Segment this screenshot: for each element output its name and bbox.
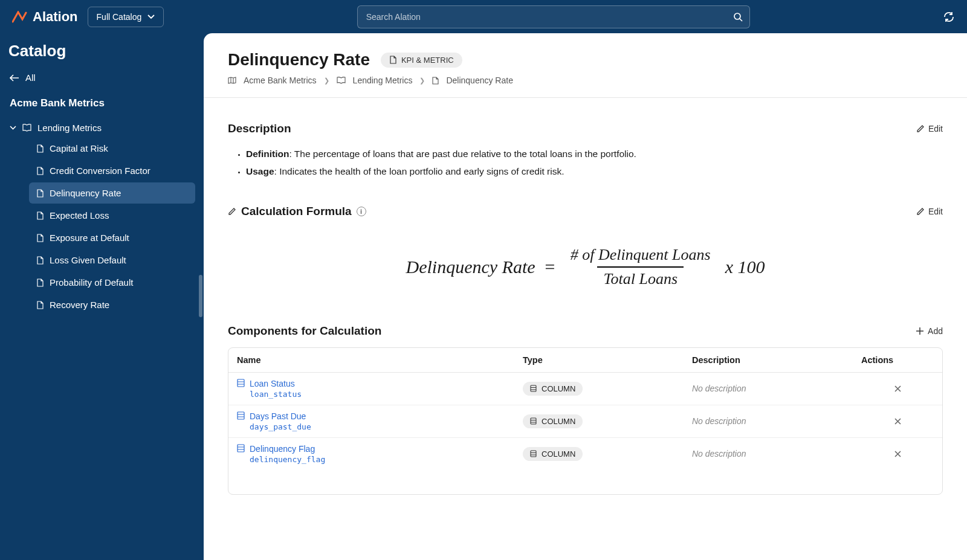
th-desc: Description <box>692 355 861 365</box>
sidebar-back-all[interactable]: All <box>7 69 195 86</box>
formula-fraction: # of Delinquent Loans Total Loans <box>564 246 717 288</box>
formula-tail: x 100 <box>725 257 765 277</box>
document-icon <box>36 167 44 175</box>
column-icon <box>530 385 537 392</box>
search-input[interactable] <box>357 5 750 28</box>
type-label: COLUMN <box>542 384 575 393</box>
pencil-icon <box>228 207 236 216</box>
formula-denominator: Total Loans <box>597 266 684 288</box>
formula-lhs: Delinquency Rate <box>406 257 535 277</box>
scrollbar-thumb[interactable] <box>199 275 202 317</box>
main-content: Delinquency Rate KPI & METRIC Acme Bank … <box>204 33 967 560</box>
add-component-button[interactable]: Add <box>916 326 943 336</box>
book-icon <box>337 77 346 84</box>
chevron-right-icon: ❯ <box>324 77 329 85</box>
component-description: No description <box>692 416 861 426</box>
breadcrumb-item: Delinquency Rate <box>446 76 513 85</box>
kpi-tag: KPI & METRIC <box>381 53 462 68</box>
column-icon <box>237 444 245 452</box>
sidebar-parent-label: Lending Metrics <box>37 123 102 133</box>
remove-row-button[interactable] <box>861 417 934 425</box>
edit-formula-button[interactable]: Edit <box>916 207 943 216</box>
brand-logo[interactable]: Alation <box>12 9 78 25</box>
full-catalog-button[interactable]: Full Catalog <box>88 7 164 27</box>
description-list: Definition: The percentage of loans that… <box>228 145 943 181</box>
sidebar-back-label: All <box>25 72 36 83</box>
sidebar-item-label: Recovery Rate <box>50 300 109 310</box>
document-icon <box>432 77 439 85</box>
type-pill: COLUMN <box>523 382 583 396</box>
brand-name: Alation <box>33 9 78 25</box>
refresh-icon[interactable] <box>943 11 955 23</box>
sidebar-item-label: Delinquency Rate <box>50 188 121 198</box>
sidebar-item[interactable]: Recovery Rate <box>29 294 195 315</box>
formula-numerator: # of Delinquent Loans <box>564 246 717 266</box>
component-tech-name: delinquency_flag <box>250 455 325 464</box>
sidebar-parent-lending[interactable]: Lending Metrics <box>7 118 195 138</box>
column-icon <box>530 450 537 457</box>
type-pill: COLUMN <box>523 447 583 461</box>
document-icon <box>36 211 44 220</box>
document-icon <box>36 234 44 242</box>
edit-label: Edit <box>928 207 943 216</box>
breadcrumb-item[interactable]: Lending Metrics <box>353 76 413 85</box>
description-heading: Description <box>228 122 291 135</box>
sidebar-item[interactable]: Delinquency Rate <box>29 182 195 204</box>
sidebar-item-label: Exposure at Default <box>50 233 129 243</box>
edit-description-button[interactable]: Edit <box>916 124 943 134</box>
info-icon[interactable]: i <box>357 207 366 216</box>
breadcrumb: Acme Bank Metrics ❯ Lending Metrics ❯ De… <box>228 76 943 85</box>
svg-rect-14 <box>238 445 244 452</box>
svg-rect-2 <box>238 379 244 387</box>
sidebar-item[interactable]: Credit Conversion Factor <box>29 160 195 181</box>
sidebar: Catalog All Acme Bank Metrics Lending Me… <box>0 33 202 560</box>
document-icon <box>36 256 44 265</box>
svg-rect-11 <box>531 418 536 424</box>
sidebar-item[interactable]: Expected Loss <box>29 205 195 226</box>
sidebar-item-label: Loss Given Default <box>50 255 126 265</box>
sidebar-item[interactable]: Probability of Default <box>29 272 195 293</box>
description-bullet: Usage: Indicates the health of the loan … <box>246 163 943 180</box>
kpi-tag-label: KPI & METRIC <box>401 56 454 65</box>
remove-row-button[interactable] <box>861 450 934 458</box>
pencil-icon <box>916 207 925 216</box>
top-bar: Alation Full Catalog <box>0 0 967 33</box>
remove-row-button[interactable] <box>861 385 934 393</box>
component-link[interactable]: Loan Status <box>250 379 302 388</box>
svg-line-1 <box>740 19 742 21</box>
description-bullet: Definition: The percentage of loans that… <box>246 145 943 163</box>
sidebar-item-label: Probability of Default <box>50 277 133 288</box>
pencil-icon <box>916 124 925 133</box>
chevron-down-icon <box>10 126 16 130</box>
sidebar-item-label: Capital at Risk <box>50 143 108 153</box>
chevron-down-icon <box>147 14 155 19</box>
component-description: No description <box>692 384 861 393</box>
sidebar-item[interactable]: Exposure at Default <box>29 227 195 248</box>
plus-icon <box>916 327 924 335</box>
components-heading: Components for Calculation <box>228 324 381 338</box>
page-title: Delinquency Rate <box>228 50 370 69</box>
component-link[interactable]: Delinquency Flag <box>250 444 325 454</box>
table-row: Days Past Duedays_past_dueCOLUMNNo descr… <box>228 405 942 438</box>
svg-rect-17 <box>531 451 536 457</box>
sidebar-item-label: Expected Loss <box>50 210 109 220</box>
search-icon[interactable] <box>733 12 743 22</box>
edit-label: Edit <box>928 124 943 134</box>
document-icon <box>36 189 44 198</box>
sidebar-item[interactable]: Capital at Risk <box>29 138 195 159</box>
table-row: Loan Statusloan_statusCOLUMNNo descripti… <box>228 373 942 405</box>
logo-mark-icon <box>12 11 28 23</box>
book-icon <box>22 124 31 132</box>
breadcrumb-item[interactable]: Acme Bank Metrics <box>244 76 317 85</box>
full-catalog-label: Full Catalog <box>97 12 142 22</box>
sidebar-item[interactable]: Loss Given Default <box>29 249 195 271</box>
component-link[interactable]: Days Past Due <box>250 411 311 421</box>
formula-equals: = <box>544 257 556 277</box>
formula-heading: Calculation Formula <box>241 205 352 218</box>
sidebar-item-label: Credit Conversion Factor <box>50 166 150 176</box>
column-icon <box>237 379 245 387</box>
type-label: COLUMN <box>542 449 575 459</box>
sidebar-section-title: Acme Bank Metrics <box>7 97 195 109</box>
chevron-right-icon: ❯ <box>419 77 425 85</box>
table-row: Delinquency Flagdelinquency_flagCOLUMNNo… <box>228 438 942 470</box>
